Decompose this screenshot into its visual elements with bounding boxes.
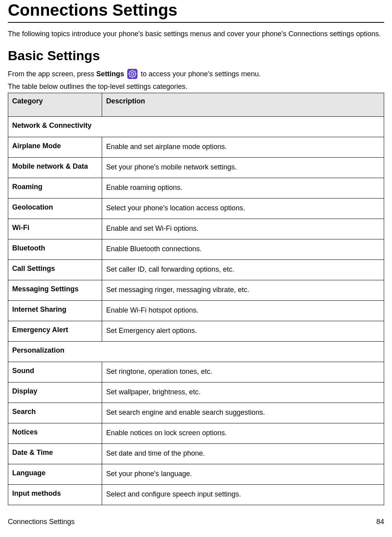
header-description: Description	[102, 93, 384, 116]
category-cell: Date & Time	[8, 443, 102, 464]
section-label: Personalization	[8, 341, 384, 362]
table-row: Wi-FiEnable and set Wi-Fi options.	[8, 219, 384, 239]
category-cell: Airplane Mode	[8, 137, 102, 157]
table-row: SoundSet ringtone, operation tones, etc.	[8, 362, 384, 382]
svg-point-1	[131, 72, 134, 75]
description-cell: Set your phone's mobile network settings…	[102, 157, 384, 178]
category-cell: Mobile network & Data	[8, 157, 102, 178]
table-row: Messaging SettingsSet messaging ringer, …	[8, 280, 384, 300]
description-cell: Set date and time of the phone.	[102, 443, 384, 464]
description-cell: Set Emergency alert options.	[102, 321, 384, 341]
category-cell: Sound	[8, 362, 102, 382]
settings-table: Category Description Network & Connectiv…	[8, 93, 384, 505]
svg-line-8	[130, 76, 130, 77]
svg-point-0	[129, 71, 136, 77]
table-row: Date & TimeSet date and time of the phon…	[8, 443, 384, 464]
description-cell: Enable and set airplane mode options.	[102, 137, 384, 157]
section-label: Network & Connectivity	[8, 116, 384, 137]
footer-left: Connections Settings	[8, 518, 75, 526]
category-cell: Wi-Fi	[8, 219, 102, 239]
description-cell: Select and configure speech input settin…	[102, 484, 384, 505]
category-cell: Search	[8, 403, 102, 423]
category-cell: Call Settings	[8, 259, 102, 280]
table-row: LanguageSet your phone's language.	[8, 464, 384, 484]
table-row: GeolocationSelect your phone's location …	[8, 198, 384, 219]
category-cell: Bluetooth	[8, 239, 102, 259]
description-cell: Set search engine and enable search sugg…	[102, 403, 384, 423]
category-cell: Input methods	[8, 484, 102, 505]
instruction-prefix: From the app screen, press	[8, 70, 96, 78]
description-cell: Set caller ID, call forwarding options, …	[102, 259, 384, 280]
description-cell: Set wallpaper, brightness, etc.	[102, 382, 384, 403]
table-section-row: Personalization	[8, 341, 384, 362]
category-cell: Messaging Settings	[8, 280, 102, 300]
description-cell: Set ringtone, operation tones, etc.	[102, 362, 384, 382]
page-footer: Connections Settings 84	[8, 518, 384, 526]
table-row: NoticesEnable notices on lock screen opt…	[8, 423, 384, 443]
table-row: Airplane ModeEnable and set airplane mod…	[8, 137, 384, 157]
settings-icon	[127, 69, 137, 79]
category-cell: Notices	[8, 423, 102, 443]
table-section-row: Network & Connectivity	[8, 116, 384, 137]
table-row: Emergency AlertSet Emergency alert optio…	[8, 321, 384, 341]
table-row: Input methodsSelect and configure speech…	[8, 484, 384, 505]
instruction-suffix: to access your phone's settings menu.	[139, 70, 261, 78]
table-row: BluetoothEnable Bluetooth connections.	[8, 239, 384, 259]
category-cell: Display	[8, 382, 102, 403]
intro-paragraph: The following topics introduce your phon…	[8, 29, 384, 39]
description-cell: Enable roaming options.	[102, 178, 384, 198]
description-cell: Enable and set Wi-Fi options.	[102, 219, 384, 239]
table-row: DisplaySet wallpaper, brightness, etc.	[8, 382, 384, 403]
footer-page-number: 84	[376, 518, 384, 526]
svg-line-9	[135, 71, 136, 72]
category-cell: Geolocation	[8, 198, 102, 219]
table-row: Mobile network & DataSet your phone's mo…	[8, 157, 384, 178]
svg-line-6	[130, 71, 130, 72]
table-row: Internet SharingEnable Wi-Fi hotspot opt…	[8, 300, 384, 321]
category-cell: Emergency Alert	[8, 321, 102, 341]
description-cell: Enable Wi-Fi hotspot options.	[102, 300, 384, 321]
category-cell: Language	[8, 464, 102, 484]
description-cell: Select your phone's location access opti…	[102, 198, 384, 219]
table-row: Call SettingsSet caller ID, call forward…	[8, 259, 384, 280]
table-header-row: Category Description	[8, 93, 384, 116]
category-cell: Roaming	[8, 178, 102, 198]
table-row: RoamingEnable roaming options.	[8, 178, 384, 198]
description-cell: Enable notices on lock screen options.	[102, 423, 384, 443]
instruction-bold: Settings	[96, 70, 124, 78]
page-title: Connections Settings	[8, 0, 384, 23]
category-cell: Internet Sharing	[8, 300, 102, 321]
section-heading: Basic Settings	[8, 48, 384, 63]
description-cell: Enable Bluetooth connections.	[102, 239, 384, 259]
description-cell: Set messaging ringer, messaging vibrate,…	[102, 280, 384, 300]
svg-line-7	[135, 76, 136, 77]
table-caption: The table below outlines the top-level s…	[8, 81, 384, 92]
table-row: SearchSet search engine and enable searc…	[8, 403, 384, 423]
header-category: Category	[8, 93, 102, 116]
instruction-line: From the app screen, press Settings to a…	[8, 69, 384, 79]
description-cell: Set your phone's language.	[102, 464, 384, 484]
